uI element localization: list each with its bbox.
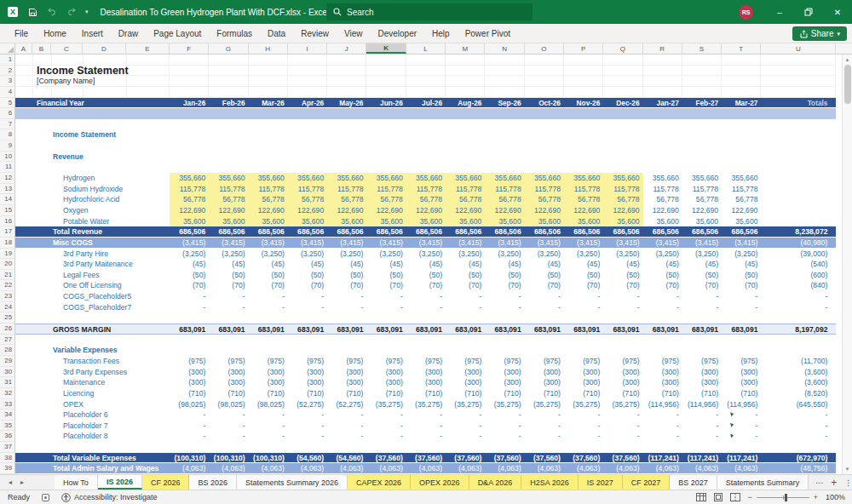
cell[interactable]: 686,506 xyxy=(485,226,524,238)
cell[interactable] xyxy=(288,76,327,87)
cell[interactable]: - xyxy=(603,291,642,302)
cell[interactable]: - xyxy=(209,302,248,313)
cell[interactable]: - xyxy=(366,291,406,302)
cell[interactable]: (45) xyxy=(564,259,603,270)
cell[interactable] xyxy=(209,66,248,77)
cell[interactable] xyxy=(722,54,761,66)
cell[interactable] xyxy=(603,66,642,77)
cell-label[interactable]: Income Statement xyxy=(15,66,170,77)
cell[interactable] xyxy=(366,335,406,346)
cell-label[interactable]: Income Statement xyxy=(15,129,170,140)
cell[interactable] xyxy=(525,335,564,346)
cell[interactable] xyxy=(288,312,327,324)
cell[interactable]: 35,600 xyxy=(327,216,366,227)
cell[interactable] xyxy=(682,129,722,140)
cell[interactable]: 56,778 xyxy=(682,194,722,205)
cell[interactable]: 355,660 xyxy=(170,173,209,184)
cell[interactable]: (98,025) xyxy=(249,399,288,410)
cell[interactable] xyxy=(209,152,248,163)
cell[interactable] xyxy=(366,119,406,130)
cell[interactable] xyxy=(249,162,288,173)
cell[interactable] xyxy=(170,76,209,87)
cell[interactable] xyxy=(327,152,366,163)
cell[interactable]: - xyxy=(485,291,524,302)
cell[interactable]: 115,778 xyxy=(564,184,603,195)
cell[interactable]: - xyxy=(288,421,327,432)
cell[interactable] xyxy=(643,66,682,77)
cell[interactable]: - xyxy=(643,431,682,442)
cell[interactable]: (70) xyxy=(485,280,524,291)
cell[interactable] xyxy=(366,140,406,152)
cell[interactable] xyxy=(485,152,524,163)
cell-total[interactable] xyxy=(761,66,836,77)
cell[interactable]: 686,506 xyxy=(170,226,209,238)
cell[interactable] xyxy=(722,140,761,152)
row-header[interactable]: 17 xyxy=(0,226,15,238)
cell-total[interactable]: Totals xyxy=(761,98,836,109)
cell[interactable]: (3,415) xyxy=(406,238,446,249)
cell[interactable]: - xyxy=(288,431,327,442)
cell-label[interactable]: Oxygen xyxy=(15,205,170,216)
cell[interactable]: - xyxy=(564,291,603,302)
cell[interactable] xyxy=(525,345,564,356)
cell[interactable]: 56,778 xyxy=(366,194,406,205)
sheet-tab[interactable]: OPEX 2026 xyxy=(411,475,469,490)
cell[interactable] xyxy=(603,162,642,173)
cell-total[interactable]: (600) xyxy=(761,270,836,281)
cell[interactable]: (300) xyxy=(603,377,642,388)
cell[interactable]: (3,415) xyxy=(525,238,564,249)
cell[interactable]: - xyxy=(209,421,248,432)
sheet-tab[interactable]: CF 2026 xyxy=(142,475,190,490)
cell[interactable]: (300) xyxy=(722,377,761,388)
cell[interactable]: (3,415) xyxy=(327,238,366,249)
cell[interactable] xyxy=(327,119,366,130)
cell[interactable]: (300) xyxy=(327,377,366,388)
cell[interactable] xyxy=(209,108,248,119)
cell[interactable]: 115,778 xyxy=(327,184,366,195)
cell[interactable] xyxy=(209,76,248,87)
cell-total[interactable]: (40,980) xyxy=(761,238,836,249)
cell[interactable] xyxy=(564,76,603,87)
cell-label[interactable]: Placeholder 8 xyxy=(15,431,170,442)
row-header[interactable]: 25 xyxy=(0,312,15,324)
page-break-view-icon[interactable] xyxy=(730,493,740,502)
cell[interactable]: (300) xyxy=(406,377,446,388)
cell[interactable] xyxy=(406,345,446,356)
column-header[interactable]: U xyxy=(761,43,836,54)
page-layout-view-icon[interactable] xyxy=(713,493,723,502)
cell[interactable] xyxy=(170,335,209,346)
cell[interactable]: Jul-26 xyxy=(406,98,446,109)
cell[interactable] xyxy=(682,108,722,119)
cell[interactable]: - xyxy=(446,410,485,421)
cell[interactable]: - xyxy=(327,291,366,302)
cell[interactable]: (3,415) xyxy=(288,238,327,249)
cell[interactable]: (975) xyxy=(170,356,209,367)
cell[interactable] xyxy=(485,108,524,119)
cell[interactable]: - xyxy=(643,410,682,421)
ribbon-tab[interactable]: Data xyxy=(260,24,293,43)
cell[interactable]: - xyxy=(525,431,564,442)
cell[interactable]: (45) xyxy=(643,259,682,270)
cell[interactable]: (710) xyxy=(209,388,248,399)
cell-total[interactable]: - xyxy=(761,431,836,442)
cell[interactable] xyxy=(564,312,603,324)
cell[interactable]: (975) xyxy=(209,356,248,367)
cell[interactable]: (300) xyxy=(249,367,288,378)
cell[interactable] xyxy=(406,87,446,98)
cell[interactable] xyxy=(327,108,366,119)
cell-total[interactable] xyxy=(761,162,836,173)
cell-total[interactable] xyxy=(761,129,836,140)
row-header[interactable]: 4 xyxy=(0,87,15,98)
cell[interactable]: (3,415) xyxy=(564,238,603,249)
cell[interactable] xyxy=(682,312,722,324)
cell[interactable]: Jun-26 xyxy=(366,98,406,109)
cell[interactable]: (70) xyxy=(209,280,248,291)
cell[interactable] xyxy=(366,345,406,356)
cell[interactable] xyxy=(682,345,722,356)
cell[interactable] xyxy=(722,129,761,140)
cell[interactable]: 686,506 xyxy=(682,226,722,238)
cell[interactable]: (45) xyxy=(446,259,485,270)
zoom-level[interactable]: 100% xyxy=(825,493,845,501)
cell[interactable]: (300) xyxy=(682,367,722,378)
cell[interactable] xyxy=(209,54,248,66)
